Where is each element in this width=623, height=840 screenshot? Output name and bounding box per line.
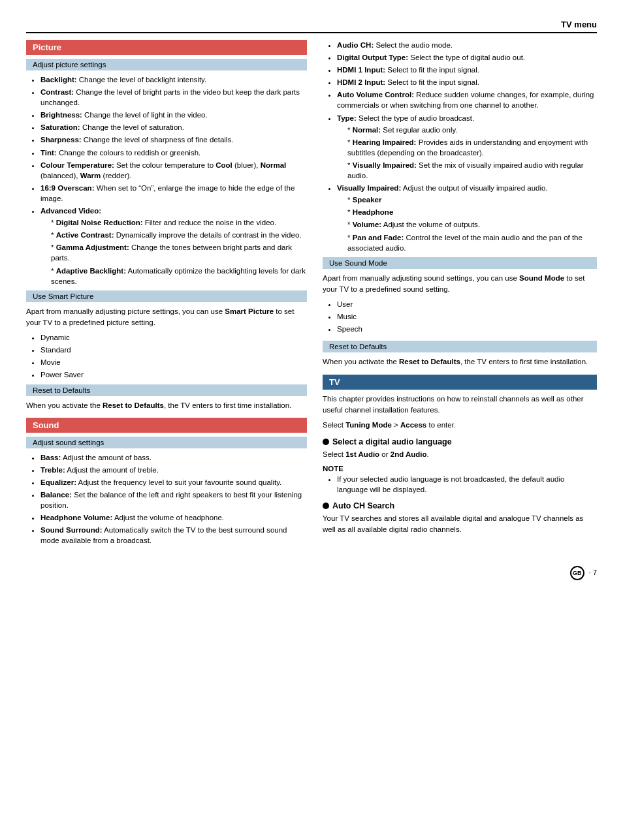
picture-reset-text: When you activate the Reset to Defaults,… [26, 400, 307, 411]
list-item: Balance: Set the balance of the left and… [40, 490, 307, 510]
adjust-picture-subsection-header: Adjust picture settings [26, 59, 307, 70]
list-item: Colour Temperature: Set the colour tempe… [40, 160, 307, 181]
list-item: Normal: Set regular audio only. [347, 125, 597, 135]
list-item: Gamma Adjustment: Change the tones betwe… [51, 242, 307, 263]
smart-picture-subsection-header: Use Smart Picture [26, 290, 307, 302]
digital-audio-heading: Select a digital audio language [323, 437, 597, 446]
list-item: Sound Surround: Automatically switch the… [40, 525, 307, 546]
right-reset-section: Reset to Defaults When you activate the … [323, 341, 597, 367]
digital-audio-heading-text: Select a digital audio language [332, 437, 452, 446]
list-item: Auto Volume Control: Reduce sudden volum… [337, 89, 597, 110]
sound-section-header: Sound [26, 418, 307, 433]
list-item: Music [337, 311, 597, 322]
type-sublist: Normal: Set regular audio only. Hearing … [337, 125, 597, 181]
note-label: NOTE [323, 465, 597, 473]
sound-mode-intro: Apart from manually adjusting sound sett… [323, 273, 597, 296]
list-item: Pan and Fade: Control the level of the m… [347, 232, 597, 253]
picture-section: Picture Adjust picture settings Backligh… [26, 40, 307, 411]
list-item: Headphone Volume: Adjust the volume of h… [40, 512, 307, 523]
list-item: Equalizer: Adjust the frequency level to… [40, 477, 307, 488]
page-title: TV menu [561, 20, 597, 29]
list-item: Movie [40, 357, 307, 367]
list-item: Contrast: Change the level of bright par… [40, 87, 307, 108]
right-column: Audio CH: Select the audio mode. Digital… [323, 40, 597, 553]
gb-badge: GB [570, 566, 584, 580]
digital-audio-text: Select 1st Audio or 2nd Audio. [323, 449, 597, 460]
list-item: Power Saver [40, 369, 307, 380]
list-item: Speaker [347, 194, 597, 205]
advanced-video-list: Digital Noise Reduction: Filter and redu… [40, 217, 307, 287]
list-item: Bass: Adjust the amount of bass. [40, 452, 307, 463]
auto-ch-heading: Auto CH Search [323, 501, 597, 510]
list-item: User [337, 299, 597, 309]
sound-mode-list: User Music Speech [323, 299, 597, 334]
list-item: Speech [337, 324, 597, 334]
list-item: Backlight: Change the level of backlight… [40, 74, 307, 85]
tv-section-header: TV [323, 375, 597, 390]
sound-section: Sound Adjust sound settings Bass: Adjust… [26, 418, 307, 546]
list-item: Visually Impaired: Adjust the output of … [337, 183, 597, 253]
list-item: Headphone [347, 207, 597, 217]
right-reset-subsection-header: Reset to Defaults [323, 341, 597, 352]
smart-picture-list: Dynamic Standard Movie Power Saver [26, 332, 307, 380]
list-item: Hearing Impaired: Provides aids in under… [347, 137, 597, 158]
list-item: Dynamic [40, 332, 307, 343]
tv-section: TV This chapter provides instructions on… [323, 375, 597, 536]
left-column: Picture Adjust picture settings Backligh… [26, 40, 307, 553]
list-item: Digital Noise Reduction: Filter and redu… [51, 217, 307, 228]
tv-select-text: Select Tuning Mode > Access to enter. [323, 420, 597, 431]
list-item: Treble: Adjust the amount of treble. [40, 465, 307, 475]
circle-icon [323, 439, 329, 445]
list-item: Audio CH: Select the audio mode. [337, 40, 597, 50]
sound-mode-subsection-header: Use Sound Mode [323, 257, 597, 269]
list-item: Saturation: Change the level of saturati… [40, 122, 307, 132]
audio-items-list: Audio CH: Select the audio mode. Digital… [323, 40, 597, 253]
page-footer: GB · 7 [26, 566, 597, 580]
list-item: Digital Output Type: Select the type of … [337, 52, 597, 63]
sound-mode-section: Use Sound Mode Apart from manually adjus… [323, 257, 597, 335]
list-item: Adaptive Backlight: Automatically optimi… [51, 266, 307, 287]
adjust-sound-list: Bass: Adjust the amount of bass. Treble:… [26, 452, 307, 546]
smart-picture-intro: Apart from manually adjusting picture se… [26, 306, 307, 329]
list-item: 16:9 Overscan: When set to “On”, enlarge… [40, 183, 307, 204]
list-item: Type: Select the type of audio broadcast… [337, 113, 597, 181]
picture-section-header: Picture [26, 40, 307, 55]
list-item: Active Contrast: Dynamically improve the… [51, 230, 307, 240]
list-item: Volume: Adjust the volume of outputs. [347, 219, 597, 230]
list-item: HDMI 2 Input: Select to fit the input si… [337, 77, 597, 87]
adjust-picture-list: Backlight: Change the level of backlight… [26, 74, 307, 287]
list-item: Sharpness: Change the level of sharpness… [40, 134, 307, 145]
tv-section-intro: This chapter provides instructions on ho… [323, 394, 597, 416]
picture-reset-subsection-header: Reset to Defaults [26, 384, 307, 396]
list-item: If your selected audio language is not b… [337, 474, 597, 495]
page-header: TV menu [26, 20, 597, 33]
list-item: Brightness: Change the level of light in… [40, 110, 307, 120]
circle-icon-2 [323, 503, 329, 509]
list-item: Tint: Change the colours to reddish or g… [40, 148, 307, 158]
list-item: HDMI 1 Input: Select to fit the input si… [337, 65, 597, 75]
page-number: · 7 [589, 568, 597, 576]
visually-impaired-sublist: Speaker Headphone Volume: Adjust the vol… [337, 194, 597, 253]
auto-ch-heading-text: Auto CH Search [332, 501, 394, 510]
list-item: Advanced Video: Digital Noise Reduction:… [40, 206, 307, 287]
list-item: Visually Impaired: Set the mix of visual… [347, 160, 597, 181]
list-item: Standard [40, 345, 307, 355]
auto-ch-text: Your TV searches and stores all availabl… [323, 513, 597, 536]
right-reset-text: When you activate the Reset to Defaults,… [323, 356, 597, 367]
adjust-sound-subsection-header: Adjust sound settings [26, 437, 307, 448]
note-list: If your selected audio language is not b… [323, 474, 597, 495]
